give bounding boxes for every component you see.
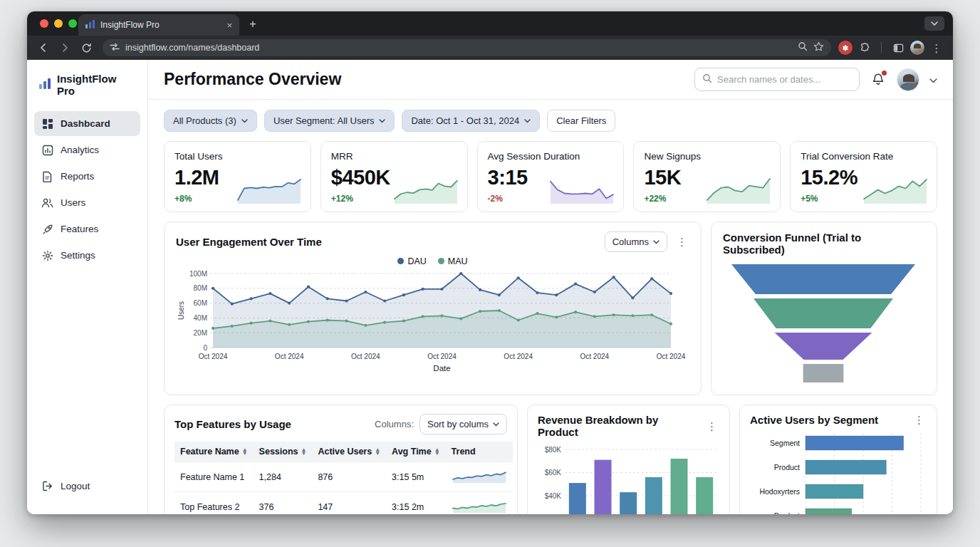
user-avatar[interactable] <box>897 68 919 91</box>
sidebar-item-label: Analytics <box>61 145 99 155</box>
zoom-window-button[interactable] <box>68 19 77 28</box>
app-logo: InsightFlow Pro <box>34 70 140 111</box>
trend-sparkline <box>452 468 507 484</box>
svg-text:Date: Date <box>433 364 450 373</box>
document-icon <box>41 170 53 182</box>
profile-chevron-down-icon[interactable] <box>929 73 937 86</box>
analytics-chart-icon <box>41 144 53 156</box>
clear-filters-button[interactable]: Clear Filters <box>547 110 615 132</box>
users-icon <box>41 197 53 209</box>
logout-label: Logout <box>61 481 90 491</box>
site-settings-icon[interactable] <box>110 41 120 54</box>
window-controls <box>40 19 77 28</box>
app-root: InsightFlow Pro Dashbcard Analytics Repo… <box>27 60 953 514</box>
engagement-chart-card: User Engagement Over Time Columns ⋮ DAUM… <box>164 222 702 395</box>
browser-toolbar: insightflow.com/names/dashboard ✱ ⋮ <box>27 36 953 60</box>
features-table-title: Top Features by Usage <box>174 418 369 430</box>
svg-text:Oct 2024: Oct 2024 <box>427 353 457 360</box>
tab-search-chevron-button[interactable] <box>924 16 944 31</box>
revenue-menu-kebab-icon[interactable]: ⋮ <box>704 421 719 432</box>
side-panel-icon[interactable] <box>889 38 907 57</box>
filter-segment-dropdown[interactable]: User Segment: All Users <box>264 110 395 132</box>
kpi-card-mrr: MRR $450K +12% <box>320 141 468 212</box>
revenue-bar-chart: $0$20K$40K$60K$80K <box>538 444 720 514</box>
filter-date-dropdown[interactable]: Date: Oct 1 - Oct 31, 2024 <box>402 110 540 132</box>
kpi-row: Total Users 1.2M +8% MRR $450K +12% Avg … <box>164 141 937 212</box>
back-icon[interactable] <box>34 38 53 57</box>
tab-close-icon[interactable]: × <box>226 21 232 30</box>
bookmark-star-icon[interactable] <box>813 41 824 55</box>
segment-hbar-chart: SegmentProductHodoxyrtersProduct <box>750 432 925 514</box>
search-input[interactable] <box>717 74 852 85</box>
lens-search-icon[interactable] <box>798 41 808 54</box>
svg-text:Hodoxyrters: Hodoxyrters <box>759 487 800 496</box>
funnel-card: Conversion Funnel (Trial to Subscribed) <box>711 222 937 395</box>
col-feature-name[interactable]: Feature Name▲▼ <box>174 442 254 462</box>
trend-sparkline <box>452 498 507 514</box>
sidebar-item-analytics[interactable]: Analytics <box>34 137 140 162</box>
address-bar[interactable]: insightflow.com/names/dashboard <box>103 39 831 56</box>
svg-text:20M: 20M <box>194 329 207 337</box>
segment-menu-kebab-icon[interactable]: ⋮ <box>912 415 927 425</box>
segment-chart-title: Active Users by Segment <box>750 414 905 426</box>
filter-products-label: All Products (3) <box>173 115 236 126</box>
columns-dropdown[interactable]: Columns <box>605 231 667 252</box>
kpi-card-session-duration: Avg Session Duration 3:15 -2% <box>477 141 625 212</box>
sidebar-item-label: Reports <box>61 171 94 182</box>
minimize-window-button[interactable] <box>54 19 63 28</box>
browser-tab[interactable]: InsightFlow Pro × <box>78 14 239 36</box>
funnel-chart <box>723 263 924 382</box>
col-active-users[interactable]: Active Users▲▼ <box>312 442 386 462</box>
col-avg-time[interactable]: Avg Time▲▼ <box>386 442 446 462</box>
sidebar-item-reports[interactable]: Reports <box>34 164 140 189</box>
legend-item[interactable]: MAU <box>438 256 468 266</box>
sidebar-item-dashboard[interactable]: Dashbcard <box>34 111 140 136</box>
browser-menu-kebab-icon[interactable]: ⋮ <box>927 38 946 57</box>
page-header: Performance Overview <box>148 60 953 100</box>
svg-text:80M: 80M <box>194 284 207 292</box>
sidebar-item-features[interactable]: Features <box>34 217 140 241</box>
engagement-menu-kebab-icon[interactable]: ⋮ <box>674 236 689 247</box>
features-table-card: Top Features by Usage Columns: Sort by c… <box>164 405 518 514</box>
logo-bar-chart-icon <box>38 77 51 93</box>
col-trend: Trend <box>446 442 513 462</box>
dashboard-content: All Products (3) User Segment: All Users… <box>148 100 953 514</box>
extensions-puzzle-icon[interactable] <box>855 38 874 57</box>
sidebar-item-users[interactable]: Users <box>34 190 140 215</box>
svg-text:Users: Users <box>177 301 185 320</box>
logo-text: InsightFlow Pro <box>57 73 136 97</box>
svg-text:Oct 2024: Oct 2024 <box>504 353 533 360</box>
url-text: insightflow.com/names/dashboard <box>125 43 792 53</box>
svg-text:100M: 100M <box>189 270 207 278</box>
kpi-sparkline <box>393 172 459 204</box>
svg-text:0: 0 <box>203 344 207 352</box>
col-sessions[interactable]: Sessions▲▼ <box>254 442 313 462</box>
revenue-chart-title: Revenue Breakdown by Product <box>538 414 697 438</box>
tab-strip: InsightFlow Pro × + <box>27 11 953 36</box>
sidebar: InsightFlow Pro Dashbcard Analytics Repo… <box>27 60 148 514</box>
filter-date-label: Date: Oct 1 - Oct 31, 2024 <box>411 115 519 126</box>
extension-badge-icon[interactable]: ✱ <box>838 41 853 55</box>
charts-row: User Engagement Over Time Columns ⋮ DAUM… <box>164 222 937 395</box>
search-box[interactable] <box>694 68 860 91</box>
notifications-button[interactable] <box>870 71 887 88</box>
table-row[interactable]: Feature Name 1 1,284 876 3:15 5m <box>174 462 513 492</box>
chart-legend: DAUMAU <box>176 256 689 266</box>
browser-profile-avatar[interactable] <box>910 41 924 55</box>
sidebar-item-settings[interactable]: Settings <box>34 243 140 268</box>
kpi-sparkline <box>236 172 302 204</box>
sidebar-item-label: Settings <box>61 250 95 261</box>
forward-icon[interactable] <box>56 38 74 57</box>
kpi-card-trial-conversion: Trial Conversion Rate 15.2% +5% <box>790 141 937 212</box>
new-tab-button[interactable]: + <box>249 17 256 36</box>
reload-icon[interactable] <box>77 38 95 57</box>
filter-products-dropdown[interactable]: All Products (3) <box>164 110 257 132</box>
legend-item[interactable]: DAU <box>397 256 426 266</box>
sort-columns-dropdown[interactable]: Sort by colums <box>419 414 507 434</box>
close-window-button[interactable] <box>40 19 48 28</box>
logout-button[interactable]: Logout <box>34 474 140 499</box>
kpi-card-total-users: Total Users 1.2M +8% <box>164 141 311 212</box>
table-row[interactable]: Top Features 2 376 147 3:15 2m <box>174 492 513 515</box>
kpi-card-new-signups: New Signups 15K +22% <box>633 141 781 212</box>
kpi-sparkline <box>549 172 615 204</box>
